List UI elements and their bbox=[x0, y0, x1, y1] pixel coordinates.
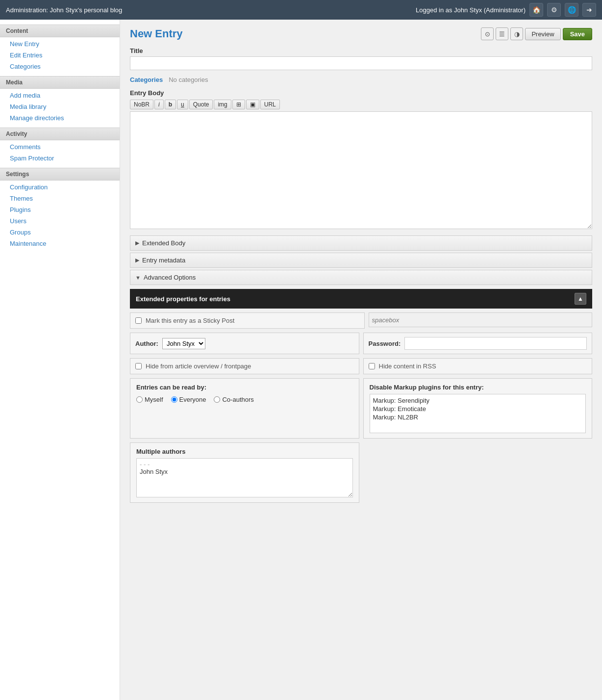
password-input[interactable] bbox=[404, 337, 587, 350]
circle-icon-btn[interactable]: ⊙ bbox=[481, 27, 494, 40]
sidebar-item-edit-entries[interactable]: Edit Entries bbox=[0, 50, 120, 61]
sidebar-item-media-library[interactable]: Media library bbox=[0, 101, 120, 112]
extended-body-collapsible[interactable]: ▶ Extended Body bbox=[130, 235, 592, 251]
sidebar-item-comments[interactable]: Comments bbox=[0, 141, 120, 153]
authors-list[interactable]: - - - John Styx bbox=[136, 458, 353, 497]
entry-metadata-label: Entry metadata bbox=[142, 257, 185, 264]
sidebar-item-spam-protector[interactable]: Spam Protector bbox=[0, 153, 120, 164]
markup-item-serendipity[interactable]: Markup: Serendipity bbox=[373, 396, 583, 405]
sidebar-section-content: Content New Entry Edit Entries Categorie… bbox=[0, 25, 120, 72]
toolbar-nobr[interactable]: NoBR bbox=[130, 100, 153, 109]
extended-body-label: Extended Body bbox=[142, 239, 185, 247]
radio-coauthors-text: Co-authors bbox=[222, 396, 253, 403]
title-input[interactable] bbox=[130, 56, 592, 70]
sidebar-item-users[interactable]: Users bbox=[0, 215, 120, 227]
markup-item-emoticate[interactable]: Markup: Emoticate bbox=[373, 405, 583, 413]
radio-myself-label[interactable]: Myself bbox=[136, 396, 163, 403]
hide-frontpage-box: Hide from article overview / frontpage bbox=[130, 358, 359, 374]
password-label: Password: bbox=[369, 340, 401, 347]
markup-box: Disable Markup plugins for this entry: M… bbox=[363, 378, 593, 439]
extended-properties-header: Extended properties for entries ▲ bbox=[130, 289, 592, 309]
extended-body-arrow: ▶ bbox=[135, 240, 139, 246]
toolbar-underline[interactable]: u bbox=[177, 100, 188, 109]
sidebar-item-configuration[interactable]: Configuration bbox=[0, 181, 120, 193]
moon-icon-btn[interactable]: ◑ bbox=[510, 27, 523, 40]
toolbar-table[interactable]: ⊞ bbox=[232, 100, 245, 109]
multiple-authors-box: Multiple authors - - - John Styx bbox=[130, 442, 359, 503]
page-title-row: New Entry ⊙ ☰ ◑ Preview Save bbox=[130, 27, 592, 40]
sidebar-item-themes[interactable]: Themes bbox=[0, 193, 120, 204]
read-box-title: Entries can be read by: bbox=[136, 384, 353, 391]
sidebar-item-categories[interactable]: Categories bbox=[0, 61, 120, 72]
radio-group: Myself Everyone Co-authors bbox=[136, 396, 353, 403]
sidebar-section-header-content: Content bbox=[0, 25, 120, 37]
sidebar-item-add-media[interactable]: Add media bbox=[0, 90, 120, 101]
sticky-spacebox-row: Mark this entry as a Sticky Post bbox=[130, 312, 592, 329]
sticky-post-label: Mark this entry as a Sticky Post bbox=[146, 317, 234, 324]
radio-everyone[interactable] bbox=[171, 396, 177, 403]
title-label: Title bbox=[130, 47, 592, 54]
entry-metadata-arrow: ▶ bbox=[135, 257, 139, 263]
sidebar-item-manage-directories[interactable]: Manage directories bbox=[0, 112, 120, 124]
toolbar-media[interactable]: ▣ bbox=[246, 100, 259, 109]
advanced-options-collapsible[interactable]: ▼ Advanced Options bbox=[130, 270, 592, 285]
sidebar-section-header-media: Media bbox=[0, 76, 120, 89]
categories-row: Categories No categories bbox=[130, 76, 592, 83]
sidebar-section-media: Media Add media Media library Manage dir… bbox=[0, 76, 120, 124]
logged-in-text: Logged in as John Styx (Administrator) bbox=[416, 6, 526, 14]
spacebox-input[interactable] bbox=[369, 312, 593, 327]
advanced-options-arrow: ▼ bbox=[135, 275, 141, 281]
advanced-options-label: Advanced Options bbox=[144, 274, 196, 281]
radio-myself[interactable] bbox=[136, 396, 143, 403]
collapse-up-button[interactable]: ▲ bbox=[575, 293, 586, 305]
sidebar-section-header-activity: Activity bbox=[0, 128, 120, 140]
toolbar-bold[interactable]: b bbox=[165, 100, 176, 109]
markup-item-nl2br[interactable]: Markup: NL2BR bbox=[373, 413, 583, 421]
markup-box-title: Disable Markup plugins for this entry: bbox=[370, 384, 586, 391]
read-box: Entries can be read by: Myself Everyone … bbox=[130, 378, 359, 439]
hide-frontpage-label: Hide from article overview / frontpage bbox=[146, 363, 251, 370]
toolbar-img[interactable]: img bbox=[214, 100, 231, 109]
sidebar-item-maintenance[interactable]: Maintenance bbox=[0, 238, 120, 249]
markup-list[interactable]: Markup: Serendipity Markup: Emoticate Ma… bbox=[370, 394, 586, 433]
entry-body-label: Entry Body bbox=[130, 89, 592, 97]
sidebar-item-groups[interactable]: Groups bbox=[0, 227, 120, 238]
entry-metadata-collapsible[interactable]: ▶ Entry metadata bbox=[130, 253, 592, 268]
entry-body-textarea[interactable] bbox=[130, 111, 592, 229]
hide-rss-box: Hide content in RSS bbox=[363, 358, 593, 374]
settings-icon[interactable]: ⚙ bbox=[547, 3, 561, 17]
entry-body-toolbar: NoBR i b u Quote img ⊞ ▣ URL bbox=[130, 100, 592, 109]
radio-everyone-label[interactable]: Everyone bbox=[171, 396, 206, 403]
sidebar-section-header-settings: Settings bbox=[0, 168, 120, 181]
preview-button[interactable]: Preview bbox=[525, 28, 560, 40]
sticky-post-checkbox[interactable] bbox=[135, 317, 142, 324]
hide-rss-checkbox[interactable] bbox=[369, 363, 375, 369]
home-icon[interactable]: 🏠 bbox=[529, 3, 543, 17]
save-button[interactable]: Save bbox=[563, 28, 592, 40]
list-icon-btn[interactable]: ☰ bbox=[496, 27, 508, 40]
header-right: Logged in as John Styx (Administrator) 🏠… bbox=[416, 3, 596, 17]
globe-icon[interactable]: 🌐 bbox=[565, 3, 578, 17]
sidebar-item-new-entry[interactable]: New Entry bbox=[0, 38, 120, 50]
header: Administration: John Styx's personal blo… bbox=[0, 0, 602, 20]
read-markup-row: Entries can be read by: Myself Everyone … bbox=[130, 378, 592, 439]
logout-icon[interactable]: ➜ bbox=[582, 3, 596, 17]
categories-label[interactable]: Categories bbox=[130, 76, 163, 83]
sidebar-item-plugins[interactable]: Plugins bbox=[0, 204, 120, 215]
toolbar-quote[interactable]: Quote bbox=[189, 100, 213, 109]
authors-john-styx[interactable]: John Styx bbox=[140, 468, 350, 475]
app-title: Administration: John Styx's personal blo… bbox=[6, 6, 122, 14]
author-select[interactable]: John Styx bbox=[162, 338, 205, 349]
hide-rss-label: Hide content in RSS bbox=[379, 363, 436, 370]
toolbar-url[interactable]: URL bbox=[260, 100, 280, 109]
sticky-post-box: Mark this entry as a Sticky Post bbox=[130, 312, 365, 329]
author-box: Author: John Styx bbox=[130, 333, 359, 354]
main-content: New Entry ⊙ ☰ ◑ Preview Save Title Categ… bbox=[120, 20, 602, 700]
radio-coauthors[interactable] bbox=[214, 396, 220, 403]
toolbar-italic[interactable]: i bbox=[154, 100, 164, 109]
radio-myself-text: Myself bbox=[145, 396, 163, 403]
radio-coauthors-label[interactable]: Co-authors bbox=[214, 396, 253, 403]
layout: Content New Entry Edit Entries Categorie… bbox=[0, 20, 602, 700]
sidebar-section-activity: Activity Comments Spam Protector bbox=[0, 128, 120, 164]
hide-frontpage-checkbox[interactable] bbox=[135, 363, 142, 369]
